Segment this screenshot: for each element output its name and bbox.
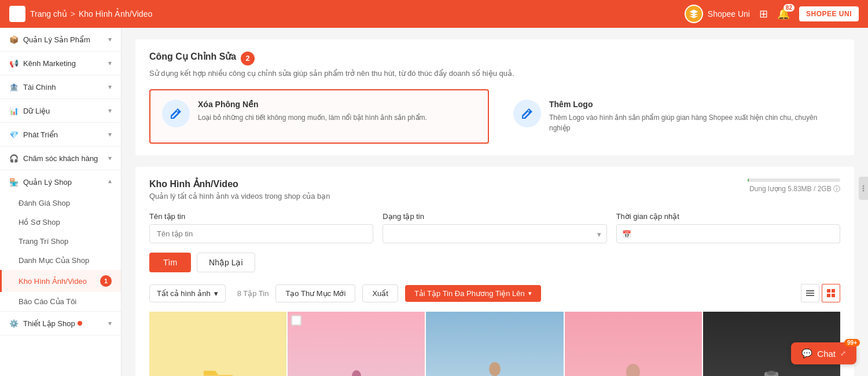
sidebar-item-bao-cao-cua-toi[interactable]: Báo Cáo Của Tôi	[0, 292, 121, 311]
update-time-label: Thời gian cập nhật	[616, 212, 840, 221]
storage-bar	[748, 178, 840, 182]
search-button[interactable]: Tìm	[149, 253, 191, 272]
shopee-logo[interactable]	[9, 6, 25, 22]
diamond-icon: 💎	[9, 130, 19, 139]
image-cell-4[interactable]	[565, 312, 702, 376]
file-type-select[interactable]: Hình ảnh Video	[382, 224, 606, 243]
shopee-uni-link[interactable]: Shopee Uni	[685, 5, 750, 23]
storage-bar-fill	[748, 178, 749, 182]
breadcrumb-home[interactable]: Trang chủ	[30, 9, 67, 19]
update-time-input[interactable]	[616, 224, 840, 243]
breadcrumb: Trang chủ > Kho Hình Ảnh/Video	[30, 9, 152, 19]
chevron-down-icon: ▾	[108, 107, 112, 115]
notification-bell[interactable]: 🔔 82	[777, 8, 790, 20]
sidebar-item-cham-soc[interactable]: 🎧 Chăm sóc khách hàng ▾	[0, 147, 121, 170]
list-view-button[interactable]	[801, 284, 819, 302]
chevron-down-icon: ▾	[108, 83, 112, 91]
tool-card-them-logo[interactable]: Thêm Logo Thêm Logo vào hình ảnh sản phẩ…	[501, 89, 840, 144]
chat-badge: 99+	[844, 339, 860, 346]
sidebar-item-phat-trien[interactable]: 💎 Phát Triển ▾	[0, 123, 121, 146]
notification-badge: 82	[784, 4, 795, 12]
sidebar-item-tai-chinh[interactable]: 🏦 Tài Chính ▾	[0, 75, 121, 98]
expand-icon: ⤢	[840, 349, 846, 357]
header-left: Trang chủ > Kho Hình Ảnh/Video	[9, 6, 152, 22]
shopee-uni-button[interactable]: SHOPEE UNI	[799, 6, 859, 21]
settings-icon: ⚙️	[9, 319, 19, 328]
storage-info: Dung lượng 5.83MB / 2GB ⓘ	[748, 178, 840, 194]
svg-point-12	[767, 371, 776, 375]
kho-subtitle: Quản lý tất cả hình ảnh và videos trong …	[149, 192, 330, 200]
filter-file-type: Dạng tập tin Hình ảnh Video ▾	[382, 212, 606, 243]
image-cell-1[interactable]	[149, 312, 286, 376]
sidebar-item-danh-gia-shop[interactable]: Đánh Giá Shop	[0, 194, 121, 213]
sidebar-item-du-lieu[interactable]: 📊 Dữ Liệu ▾	[0, 99, 121, 122]
shopee-uni-label: Shopee Uni	[708, 9, 750, 19]
grid-icon[interactable]: ⊞	[759, 8, 768, 20]
sidebar-section-data: 📊 Dữ Liệu ▾	[0, 99, 121, 123]
view-toggles	[801, 284, 840, 302]
uni-avatar	[685, 5, 703, 23]
image-cell-3[interactable]	[426, 312, 563, 376]
filter-update-time: Thời gian cập nhật 📅	[616, 212, 840, 243]
chart-icon: 📊	[9, 106, 19, 115]
settings-dot-badge	[78, 321, 82, 326]
svg-rect-6	[832, 294, 835, 297]
chat-icon: 💬	[801, 348, 812, 359]
sidebar-section-develop: 💎 Phát Triển ▾	[0, 123, 121, 147]
megaphone-icon: 📢	[9, 59, 19, 68]
sidebar-item-ho-so-shop[interactable]: Hồ Sơ Shop	[0, 213, 121, 232]
chat-button[interactable]: 💬 Chat 99+ ⤢	[791, 342, 856, 364]
tool-card-xoa-phong-nen[interactable]: Xóa Phông Nền Loại bỏ những chi tiết khô…	[149, 89, 489, 144]
sidebar-item-danh-muc-cua-shop[interactable]: Danh Mục Của Shop	[0, 251, 121, 270]
sidebar-section-marketing: 📢 Kênh Marketing ▾	[0, 52, 121, 75]
sidebar-item-kenh-marketing[interactable]: 📢 Kênh Marketing ▾	[0, 52, 121, 75]
sidebar-item-quan-ly-san-pham[interactable]: 📦 Quản Lý Sản Phẩm ▾	[0, 28, 121, 51]
file-name-input[interactable]	[149, 224, 373, 243]
svg-point-8	[352, 370, 361, 376]
image-checkbox-2[interactable]	[291, 315, 301, 326]
svg-point-16	[863, 185, 865, 187]
header: Trang chủ > Kho Hình Ảnh/Video Shopee Un…	[0, 0, 868, 28]
kho-title: Kho Hình Ảnh/Video	[149, 178, 330, 189]
breadcrumb-current: Kho Hình Ảnh/Video	[79, 9, 152, 19]
sidebar-submenu-shop: Đánh Giá Shop Hồ Sơ Shop Trang Trí Shop …	[0, 194, 121, 311]
svg-point-10	[626, 364, 640, 376]
grid-view-button[interactable]	[822, 284, 840, 302]
new-folder-button[interactable]: Tạo Thư Mục Mới	[275, 284, 355, 302]
upload-button[interactable]: Tải Tập Tin Đa Phương Tiện Lên ▾	[405, 285, 541, 302]
file-type-label: Dạng tập tin	[382, 212, 606, 221]
shop-icon: 🏪	[9, 177, 19, 187]
kho-header: Kho Hình Ảnh/Video Quản lý tất cả hình ả…	[149, 178, 840, 200]
xoa-phong-nen-desc: Loại bỏ những chi tiết không mong muốn, …	[198, 112, 427, 123]
sidebar-item-quan-ly-shop[interactable]: 🏪 Quản Lý Shop ▾	[0, 170, 121, 194]
them-logo-title: Thêm Logo	[549, 100, 827, 109]
media-bar: Tất cả hình ảnh ▾ 8 Tập Tin Tạo Thư Mục …	[149, 284, 840, 302]
kho-section: Kho Hình Ảnh/Video Quản lý tất cả hình ả…	[135, 167, 854, 376]
svg-point-18	[863, 189, 865, 191]
reset-button[interactable]: Nhập Lại	[197, 253, 255, 272]
right-handle[interactable]	[859, 177, 868, 200]
svg-point-17	[863, 187, 865, 189]
media-type-dropdown[interactable]: Tất cả hình ảnh ▾	[149, 284, 226, 302]
sidebar-section-finance: 🏦 Tài Chính ▾	[0, 75, 121, 99]
chevron-down-icon: ▾	[108, 130, 112, 138]
tool-cards: Xóa Phông Nền Loại bỏ những chi tiết khô…	[149, 89, 840, 144]
action-row: Tìm Nhập Lại	[149, 253, 840, 272]
chevron-up-icon: ▾	[108, 178, 112, 186]
tool-title: Công Cụ Chỉnh Sửa	[149, 51, 236, 62]
image-cell-2[interactable]: ✋	[288, 312, 425, 376]
storage-text: Dung lượng 5.83MB / 2GB ⓘ	[749, 184, 840, 194]
tool-subtitle: Sử dụng kết hợp nhiều công cụ chỉnh sửa …	[149, 69, 840, 78]
sidebar-item-trang-tri-shop[interactable]: Trang Trí Shop	[0, 232, 121, 251]
sidebar-item-thiet-lap-shop[interactable]: ⚙️ Thiết Lập Shop ▾	[0, 312, 121, 335]
them-logo-icon	[513, 100, 541, 127]
dropdown-arrow-icon: ▾	[214, 289, 218, 298]
main-layout: 📦 Quản Lý Sản Phẩm ▾ 📢 Kênh Marketing ▾ …	[0, 28, 868, 376]
sidebar-item-kho-hinh-anh[interactable]: Kho Hình Ảnh/Video 1	[0, 270, 121, 292]
sidebar: 📦 Quản Lý Sản Phẩm ▾ 📢 Kênh Marketing ▾ …	[0, 28, 122, 376]
export-button[interactable]: Xuất	[362, 284, 398, 302]
filter-row: Tên tập tin Dạng tập tin Hình ảnh Video …	[149, 212, 840, 243]
upload-chevron-icon: ▾	[528, 290, 532, 297]
sidebar-section-settings: ⚙️ Thiết Lập Shop ▾	[0, 312, 121, 335]
svg-rect-2	[806, 295, 814, 296]
